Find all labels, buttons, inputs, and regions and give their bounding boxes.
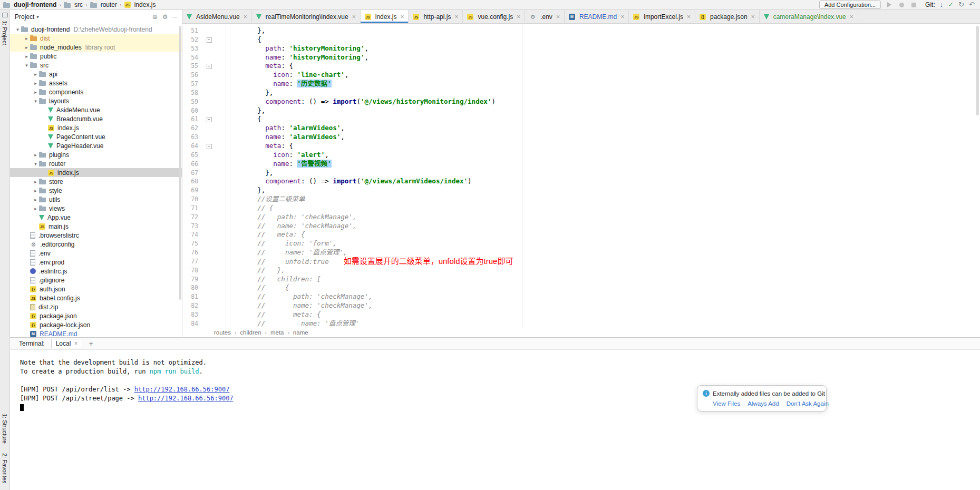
tree-item-.env[interactable]: .env bbox=[10, 249, 182, 258]
tree-item-main.js[interactable]: JSmain.js bbox=[10, 222, 182, 231]
terminal-link[interactable]: http://192.168.66.56:9007 bbox=[134, 386, 230, 393]
editor-breadcrumb-routes[interactable]: routes bbox=[214, 329, 231, 336]
fold-marker-icon[interactable] bbox=[198, 115, 226, 124]
code-line-51[interactable]: 51 }, bbox=[182, 26, 980, 35]
tree-item-.env.prod[interactable]: .env.prod bbox=[10, 258, 182, 267]
new-terminal-session-icon[interactable]: + bbox=[89, 339, 93, 348]
rollback-icon[interactable]: ↶ bbox=[969, 1, 975, 8]
code-line-77[interactable]: 77 // unfold:true如需设置展开的二级菜单，unfold设置为tr… bbox=[182, 257, 980, 266]
fold-marker-icon[interactable] bbox=[198, 35, 226, 44]
editor-scrollbar[interactable] bbox=[976, 26, 979, 115]
code-line-75[interactable]: 75 // icon: 'form', bbox=[182, 239, 980, 248]
code-line-73[interactable]: 73 // name: 'checkManage', bbox=[182, 222, 980, 231]
tree-item-readme.md[interactable]: MREADME.md bbox=[10, 329, 182, 337]
history-icon[interactable]: ↻ bbox=[958, 1, 964, 8]
tab-cameramanage-index.vue[interactable]: cameraManage\index.vue× bbox=[760, 10, 858, 23]
code-line-54[interactable]: 54 name: 'historyMonitoring', bbox=[182, 53, 980, 62]
tree-expand-icon[interactable]: ▸ bbox=[23, 45, 30, 50]
tree-item-package-lock.json[interactable]: {}package-lock.json bbox=[10, 320, 182, 329]
fold-marker-icon[interactable] bbox=[198, 142, 226, 151]
tab-close-icon[interactable]: × bbox=[352, 13, 356, 21]
code-line-65[interactable]: 65 icon: 'alert', bbox=[182, 151, 980, 160]
breadcrumb-item-router[interactable]: router bbox=[90, 1, 117, 8]
code-line-61[interactable]: 61 { bbox=[182, 115, 980, 124]
code-line-52[interactable]: 52 { bbox=[182, 35, 980, 44]
tree-expand-icon[interactable]: ▸ bbox=[32, 152, 39, 158]
code-line-64[interactable]: 64 meta: { bbox=[182, 142, 980, 151]
tree-item-index.js[interactable]: JSindex.js bbox=[10, 123, 182, 132]
code-line-63[interactable]: 63 name: 'alarmVideos', bbox=[182, 133, 980, 142]
code-line-57[interactable]: 57 name: '历史数据' bbox=[182, 80, 980, 89]
code-line-84[interactable]: 84 // name: '盘点管理' bbox=[182, 319, 980, 328]
tab-importexcel.js[interactable]: JSimportExcel.js× bbox=[629, 10, 695, 23]
tree-expand-icon[interactable]: ▾ bbox=[32, 161, 39, 166]
code-line-60[interactable]: 60 }, bbox=[182, 106, 980, 115]
breadcrumb-item-duoji-frontend[interactable]: duoji-frontend bbox=[3, 1, 56, 8]
terminal-output[interactable]: Note that the development build is not o… bbox=[10, 350, 980, 412]
code-line-55[interactable]: 55 meta: { bbox=[182, 62, 980, 71]
code-line-53[interactable]: 53 path: 'historyMonitoring', bbox=[182, 44, 980, 53]
code-line-78[interactable]: 78 // }, bbox=[182, 266, 980, 275]
tree-item-api[interactable]: ▸api bbox=[10, 70, 182, 79]
tree-item-layouts[interactable]: ▾layouts bbox=[10, 96, 182, 105]
tab-close-icon[interactable]: × bbox=[556, 13, 560, 21]
tree-expand-icon[interactable]: ▸ bbox=[32, 72, 39, 77]
chevron-down-icon[interactable]: ▾ bbox=[36, 14, 39, 19]
tab-readme.md[interactable]: MREADME.md× bbox=[565, 10, 629, 23]
tree-item-router[interactable]: ▾router bbox=[10, 159, 182, 168]
tree-item-components[interactable]: ▸components bbox=[10, 87, 182, 96]
code-line-79[interactable]: 79 // children: [ bbox=[182, 275, 980, 284]
update-project-icon[interactable]: ↓ bbox=[940, 1, 944, 8]
settings-icon[interactable]: ⚙ bbox=[162, 13, 168, 21]
hide-panel-icon[interactable]: ─ bbox=[172, 13, 177, 21]
tab-close-icon[interactable]: × bbox=[850, 13, 853, 21]
run-icon[interactable] bbox=[886, 1, 893, 8]
tab-http-api.js[interactable]: JShttp-api.js× bbox=[409, 10, 463, 23]
tree-item-views[interactable]: ▸views bbox=[10, 204, 182, 213]
toolwindow-button-structure[interactable]: 1: Structure bbox=[2, 414, 8, 444]
editor-breadcrumb-meta[interactable]: meta bbox=[270, 329, 284, 336]
code-line-81[interactable]: 81 // path: 'checkManage', bbox=[182, 292, 980, 301]
project-scrollbar[interactable] bbox=[179, 26, 181, 300]
breadcrumb-item-index.js[interactable]: JSindex.js bbox=[124, 1, 156, 8]
tab-.env[interactable]: ⚙.env× bbox=[525, 10, 565, 23]
tree-item-node-modules[interactable]: ▸node_moduleslibrary root bbox=[10, 43, 182, 52]
tree-item-asidemenu.vue[interactable]: AsideMenu.vue bbox=[10, 105, 182, 114]
tab-close-icon[interactable]: × bbox=[751, 13, 755, 21]
tab-asidemenu.vue[interactable]: AsideMenu.vue× bbox=[182, 10, 252, 23]
tree-item-dist.zip[interactable]: dist.zip bbox=[10, 302, 182, 311]
tree-item-dist[interactable]: ▸dist bbox=[10, 34, 182, 43]
code-line-62[interactable]: 62 path: 'alarmVideos', bbox=[182, 124, 980, 133]
tree-expand-icon[interactable]: ▸ bbox=[23, 36, 30, 41]
tab-close-icon[interactable]: × bbox=[400, 13, 404, 21]
tree-item-utils[interactable]: ▸utils bbox=[10, 195, 182, 204]
tree-expand-icon[interactable]: ▾ bbox=[14, 27, 21, 32]
tree-item-package.json[interactable]: {}package.json bbox=[10, 311, 182, 320]
tree-expand-icon[interactable]: ▸ bbox=[32, 179, 39, 184]
code-line-71[interactable]: 71 // { bbox=[182, 204, 980, 213]
tab-close-icon[interactable]: × bbox=[620, 13, 624, 21]
tree-item-index.js[interactable]: JSindex.js bbox=[10, 168, 182, 177]
tab-package.json[interactable]: {}package.json× bbox=[695, 10, 760, 23]
stop-icon[interactable] bbox=[910, 1, 917, 8]
code-line-58[interactable]: 58 }, bbox=[182, 89, 980, 97]
tab-close-icon[interactable]: × bbox=[244, 13, 247, 21]
tree-item-src[interactable]: ▾src bbox=[10, 61, 182, 70]
locate-icon[interactable]: ⊕ bbox=[152, 13, 158, 21]
editor-breadcrumb-name[interactable]: name bbox=[293, 329, 308, 336]
code-line-67[interactable]: 67 }, bbox=[182, 169, 980, 178]
tree-item-assets[interactable]: ▸assets bbox=[10, 79, 182, 87]
tree-item-.eslintrc.js[interactable]: .eslintrc.js bbox=[10, 267, 182, 276]
code-line-83[interactable]: 83 // meta: { bbox=[182, 310, 980, 319]
breadcrumb-item-src[interactable]: src bbox=[64, 1, 83, 8]
code-line-82[interactable]: 82 // name: 'checkManage', bbox=[182, 301, 980, 310]
tree-item-style[interactable]: ▸style bbox=[10, 186, 182, 195]
tree-item-pagecontent.vue[interactable]: PageContent.vue bbox=[10, 132, 182, 141]
terminal-tab-local[interactable]: Local × bbox=[51, 339, 83, 348]
always-add-link[interactable]: Always Add bbox=[748, 400, 779, 407]
commit-icon[interactable]: ✓ bbox=[948, 1, 954, 8]
tree-item-breadcrumb.vue[interactable]: Breadcrumb.vue bbox=[10, 114, 182, 123]
code-line-68[interactable]: 68 component: () => import('@/views/alar… bbox=[182, 177, 980, 186]
terminal-link[interactable]: http://192.168.66.56:9007 bbox=[138, 395, 234, 402]
tree-item-plugins[interactable]: ▸plugins bbox=[10, 150, 182, 159]
